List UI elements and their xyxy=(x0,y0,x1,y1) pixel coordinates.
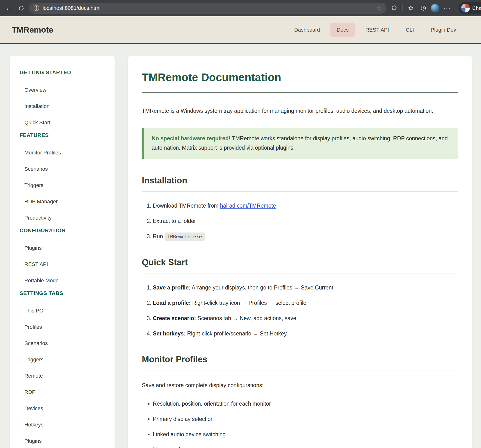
profile-label: Cha xyxy=(472,5,481,11)
sidebar-item-scenarios[interactable]: Scenarios xyxy=(24,166,106,172)
sidebar-heading-settings-tabs: SETTINGS TABS xyxy=(20,290,106,296)
step-text: Arrange your displays, then go to Profil… xyxy=(190,285,333,291)
nav-plugin-dev[interactable]: Plugin Dev xyxy=(424,23,463,37)
sidebar-item-rest-api[interactable]: REST API xyxy=(24,261,106,268)
sidebar-item-plugins[interactable]: Plugins xyxy=(24,245,106,251)
page-title: TMRemote Documentation xyxy=(142,71,458,93)
info-callout: No special hardware required! TMRemote w… xyxy=(142,128,458,159)
sidebar-item-rdp-manager[interactable]: RDP Manager xyxy=(24,198,106,205)
step-text: Right-click profile/scenario → Set Hotke… xyxy=(186,331,287,337)
nav-cli[interactable]: CLI xyxy=(399,23,421,37)
sidebar-list-settings-tabs: This PC Profiles Scenarios Triggers Remo… xyxy=(20,308,106,444)
install-step-text: Download TMRemote from xyxy=(153,203,220,209)
nav-rest-api[interactable]: REST API xyxy=(359,23,396,37)
sidebar-item-monitor-profiles[interactable]: Monitor Profiles xyxy=(24,149,106,156)
brand-logo[interactable]: TMRemote xyxy=(12,25,53,34)
install-step-run: Run TMRemote.exe xyxy=(153,232,458,241)
site-header: TMRemote Dashboard Docs REST API CLI Plu… xyxy=(0,16,481,44)
quick-start-step: Save a profile: Arrange your displays, t… xyxy=(153,284,458,292)
nav-docs[interactable]: Docs xyxy=(330,23,355,37)
install-step-download: Download TMRemote from halrad.com/TMRemo… xyxy=(153,202,458,210)
content-area: GETTING STARTED Overview Installation Qu… xyxy=(0,44,481,448)
favorite-star-icon[interactable]: ☆ xyxy=(376,4,382,12)
site-info-icon[interactable]: ⓘ xyxy=(33,4,39,12)
heading-monitor-profiles: Monitor Profiles xyxy=(142,354,458,371)
quick-start-step: Load a profile: Right-click tray icon → … xyxy=(153,299,458,307)
sidebar-item-this-pc[interactable]: This PC xyxy=(24,308,106,314)
heading-installation: Installation xyxy=(142,176,458,192)
step-text: Scenarios tab → New, add actions, save xyxy=(196,315,296,321)
sidebar-item-triggers[interactable]: Triggers xyxy=(24,182,106,189)
sidebar-item-devices[interactable]: Devices xyxy=(24,405,106,412)
bullet-item: Primary display selection xyxy=(153,415,458,423)
exe-code-chip: TMRemote.exe xyxy=(165,232,205,241)
sidebar-list-getting-started: Overview Installation Quick Start xyxy=(20,87,106,126)
heading-quick-start: Quick Start xyxy=(142,257,458,273)
bullet-item: Resolution, position, orientation for ea… xyxy=(153,400,458,408)
main-nav: Dashboard Docs REST API CLI Plugin Dev xyxy=(287,23,463,37)
install-step-text: Run xyxy=(153,233,165,239)
sidebar-item-productivity[interactable]: Productivity xyxy=(24,215,106,221)
step-strong: Create scenario: xyxy=(153,315,196,321)
nav-dashboard[interactable]: Dashboard xyxy=(287,23,327,37)
reload-icon[interactable] xyxy=(16,3,26,13)
step-strong: Load a profile: xyxy=(153,300,191,306)
step-text: Right-click tray icon → Profiles → selec… xyxy=(191,300,306,306)
sidebar-item-portable-mode[interactable]: Portable Mode xyxy=(24,277,106,284)
install-step-text: Extract to a folder xyxy=(153,218,196,224)
docs-sidebar: GETTING STARTED Overview Installation Qu… xyxy=(10,55,115,448)
sidebar-item-remote[interactable]: Remote xyxy=(24,373,106,379)
installation-steps: Download TMRemote from halrad.com/TMRemo… xyxy=(142,202,458,241)
step-strong: Save a profile: xyxy=(153,285,190,291)
browser-profile-button[interactable]: Cha xyxy=(459,2,481,14)
sidebar-heading-features: FEATURES xyxy=(20,132,106,139)
sidebar-item-triggers-tab[interactable]: Triggers xyxy=(24,356,106,363)
sidebar-item-profiles[interactable]: Profiles xyxy=(24,324,106,331)
sidebar-heading-getting-started: GETTING STARTED xyxy=(20,70,106,76)
step-strong: Set hotkeys: xyxy=(153,331,186,337)
settings-more-icon[interactable]: ⋯ xyxy=(442,3,452,13)
address-bar[interactable]: ⓘ localhost:8081/docs.html ☆ xyxy=(29,3,387,14)
monitor-profiles-bullets: Resolution, position, orientation for ea… xyxy=(142,400,458,448)
quick-start-steps: Save a profile: Arrange your displays, t… xyxy=(142,284,458,338)
browser-toolbar: ← ⓘ localhost:8081/docs.html ☆ ⋯ Cha xyxy=(0,0,481,16)
download-link[interactable]: halrad.com/TMRemote xyxy=(220,203,276,209)
sidebar-item-quick-start[interactable]: Quick Start xyxy=(24,119,106,126)
sidebar-list-configuration: Plugins REST API Portable Mode xyxy=(20,245,106,284)
toolbar-divider xyxy=(402,4,403,12)
intro-paragraph: TMRemote is a Windows system tray applic… xyxy=(142,105,458,117)
quick-start-step: Create scenario: Scenarios tab → New, ad… xyxy=(153,314,458,322)
url-text: localhost:8081/docs.html xyxy=(43,5,100,11)
bullet-item: Hotkey activation xyxy=(153,446,458,448)
sidebar-heading-configuration: CONFIGURATION xyxy=(20,227,106,234)
bullet-item: Linked audio device switching xyxy=(153,430,458,438)
toolbar-avatar-icon[interactable] xyxy=(431,4,439,12)
sidebar-list-features: Monitor Profiles Scenarios Triggers RDP … xyxy=(20,149,106,221)
sidebar-item-installation[interactable]: Installation xyxy=(24,103,106,110)
sidebar-item-rdp[interactable]: RDP xyxy=(24,389,106,395)
favorites-icon[interactable] xyxy=(406,3,416,13)
sidebar-item-plugins-tab[interactable]: Plugins xyxy=(24,438,106,444)
history-icon[interactable] xyxy=(418,3,428,13)
sidebar-item-overview[interactable]: Overview xyxy=(24,87,106,93)
toolbar-divider-2 xyxy=(455,4,455,12)
callout-strong-text: No special hardware required! xyxy=(152,135,231,141)
sidebar-item-hotkeys[interactable]: Hotkeys xyxy=(24,421,106,428)
back-icon[interactable]: ← xyxy=(4,3,14,13)
docs-main: TMRemote Documentation TMRemote is a Win… xyxy=(128,55,472,448)
extensions-icon[interactable] xyxy=(389,3,399,13)
install-step-extract: Extract to a folder xyxy=(153,217,458,225)
profile-avatar xyxy=(461,4,470,12)
sidebar-item-scenarios-tab[interactable]: Scenarios xyxy=(24,340,106,347)
monitor-profiles-intro: Save and restore complete display config… xyxy=(142,380,458,390)
quick-start-step: Set hotkeys: Right-click profile/scenari… xyxy=(153,330,458,338)
